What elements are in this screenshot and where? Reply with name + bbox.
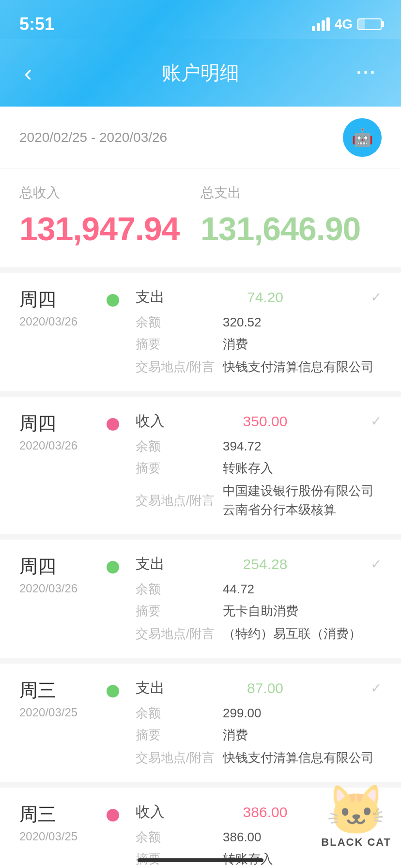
tx-date: 2020/03/26 [19, 582, 97, 595]
tx-type: 支出 [136, 554, 165, 574]
tx-summary: 无卡自助消费 [223, 603, 382, 620]
network-type: 4G [335, 16, 353, 32]
page-title: 账户明细 [162, 60, 239, 86]
tx-date: 2020/03/25 [19, 830, 97, 843]
date-range-bar: 2020/02/25 - 2020/03/26 🤖 [0, 107, 401, 169]
summary-label: 摘要 [136, 603, 223, 620]
status-bar: 5:51 4G [0, 0, 401, 39]
status-icons: 4G [312, 16, 382, 32]
location-label: 交易地点/附言 [136, 625, 223, 642]
tx-type: 收入 [136, 411, 165, 431]
transactions-list: 周四 2020/03/26 支出 74.20 ✓ 余额 320.52 摘要 消费… [0, 273, 401, 868]
tx-type: 支出 [136, 678, 165, 698]
tx-detail-col: 收入 350.00 ✓ 余额 394.72 摘要 转账存入 交易地点/附言 中国… [136, 411, 382, 519]
tx-dot-col [107, 287, 126, 307]
header: ‹ 账户明细 ··· [0, 39, 401, 107]
tx-summary: 消费 [223, 727, 382, 744]
tx-day-of-week: 周三 [19, 802, 97, 827]
tx-location: 快钱支付清算信息有限公司 [223, 748, 382, 767]
tx-amount: 386.00 [243, 804, 288, 821]
tx-balance-row: 余额 394.72 [136, 438, 382, 455]
expense-amount: 131,646.90 [200, 210, 382, 248]
balance-label: 余额 [136, 705, 223, 722]
tx-detail-col: 支出 74.20 ✓ 余额 320.52 摘要 消费 交易地点/附言 快钱支付清… [136, 287, 382, 376]
transaction-item[interactable]: 周四 2020/03/26 支出 254.28 ✓ 余额 44.72 摘要 无卡… [0, 540, 401, 664]
tx-day-of-week: 周四 [19, 554, 97, 579]
tx-amount: 74.20 [247, 289, 283, 306]
tx-summary-row: 摘要 无卡自助消费 [136, 603, 382, 620]
tx-date-col: 周三 2020/03/25 [19, 678, 97, 719]
tx-day-of-week: 周四 [19, 287, 97, 312]
tx-dot-indicator [107, 294, 119, 307]
transaction-item[interactable]: 周四 2020/03/26 支出 74.20 ✓ 余额 320.52 摘要 消费… [0, 273, 401, 397]
tx-checkmark-icon: ✓ [370, 556, 382, 572]
signal-icon [312, 17, 330, 31]
tx-dot-indicator [107, 418, 119, 431]
tx-balance-row: 余额 299.00 [136, 705, 382, 722]
tx-dot-indicator [107, 809, 119, 822]
income-summary: 总收入 131,947.94 [19, 184, 200, 248]
tx-amount: 87.00 [247, 680, 283, 697]
tx-dot-col [107, 554, 126, 574]
tx-balance-row: 余额 320.52 [136, 314, 382, 331]
tx-summary-row: 摘要 消费 [136, 727, 382, 744]
tx-checkmark-icon: ✓ [370, 289, 382, 305]
expense-summary: 总支出 131,646.90 [200, 184, 382, 248]
balance-label: 余额 [136, 314, 223, 331]
tx-type-row: 支出 74.20 ✓ [136, 287, 382, 307]
robot-button[interactable]: 🤖 [343, 118, 382, 157]
home-indicator [138, 858, 263, 862]
tx-balance: 44.72 [223, 582, 382, 597]
tx-location: 快钱支付清算信息有限公司 [223, 357, 382, 376]
tx-balance: 394.72 [223, 439, 382, 454]
summary-label: 摘要 [136, 727, 223, 744]
location-label: 交易地点/附言 [136, 749, 223, 766]
tx-date-col: 周四 2020/03/26 [19, 411, 97, 452]
tx-location-row: 交易地点/附言 快钱支付清算信息有限公司 [136, 748, 382, 767]
tx-location-row: 交易地点/附言 中国建设银行股份有限公司云南省分行本级核算 [136, 481, 382, 519]
summary-label: 摘要 [136, 336, 223, 353]
tx-location-row: 交易地点/附言 快钱支付清算信息有限公司 [136, 357, 382, 376]
tx-summary: 消费 [223, 336, 382, 353]
summary-label: 摘要 [136, 460, 223, 477]
tx-checkmark-icon: ✓ [370, 413, 382, 429]
balance-label: 余额 [136, 829, 223, 846]
tx-checkmark-icon: ✓ [370, 680, 382, 696]
tx-type-row: 支出 87.00 ✓ [136, 678, 382, 698]
tx-dot-indicator [107, 685, 119, 698]
more-button[interactable]: ··· [356, 62, 377, 83]
watermark: 🐱 BLACK CAT [321, 786, 391, 849]
status-time: 5:51 [19, 14, 54, 34]
location-label: 交易地点/附言 [136, 358, 223, 375]
tx-balance: 299.00 [223, 706, 382, 721]
transaction-item[interactable]: 周三 2020/03/25 支出 87.00 ✓ 余额 299.00 摘要 消费… [0, 664, 401, 788]
balance-label: 余额 [136, 438, 223, 455]
tx-type-row: 支出 254.28 ✓ [136, 554, 382, 574]
watermark-text: BLACK CAT [321, 836, 391, 849]
tx-date-col: 周三 2020/03/25 [19, 802, 97, 843]
tx-date-col: 周四 2020/03/26 [19, 554, 97, 595]
date-range-text: 2020/02/25 - 2020/03/26 [19, 130, 167, 145]
back-button[interactable]: ‹ [24, 60, 32, 86]
transaction-item[interactable]: 周四 2020/03/26 收入 350.00 ✓ 余额 394.72 摘要 转… [0, 397, 401, 540]
tx-dot-col [107, 802, 126, 822]
location-label: 交易地点/附言 [136, 492, 223, 509]
expense-label: 总支出 [200, 184, 382, 202]
tx-dot-indicator [107, 561, 119, 574]
tx-date-col: 周四 2020/03/26 [19, 287, 97, 328]
tx-dot-col [107, 678, 126, 698]
balance-label: 余额 [136, 581, 223, 598]
tx-day-of-week: 周三 [19, 678, 97, 703]
summary-section: 总收入 131,947.94 总支出 131,646.90 [0, 169, 401, 273]
tx-summary-row: 摘要 消费 [136, 336, 382, 353]
tx-amount: 254.28 [243, 556, 288, 573]
income-amount: 131,947.94 [19, 210, 200, 248]
robot-icon: 🤖 [352, 127, 373, 148]
tx-date: 2020/03/25 [19, 706, 97, 719]
tx-detail-col: 支出 254.28 ✓ 余额 44.72 摘要 无卡自助消费 交易地点/附言 （… [136, 554, 382, 643]
tx-summary: 转账存入 [223, 460, 382, 477]
tx-balance: 320.52 [223, 315, 382, 330]
battery-icon [357, 18, 382, 30]
tx-day-of-week: 周四 [19, 411, 97, 436]
cat-icon: 🐱 [326, 786, 386, 834]
